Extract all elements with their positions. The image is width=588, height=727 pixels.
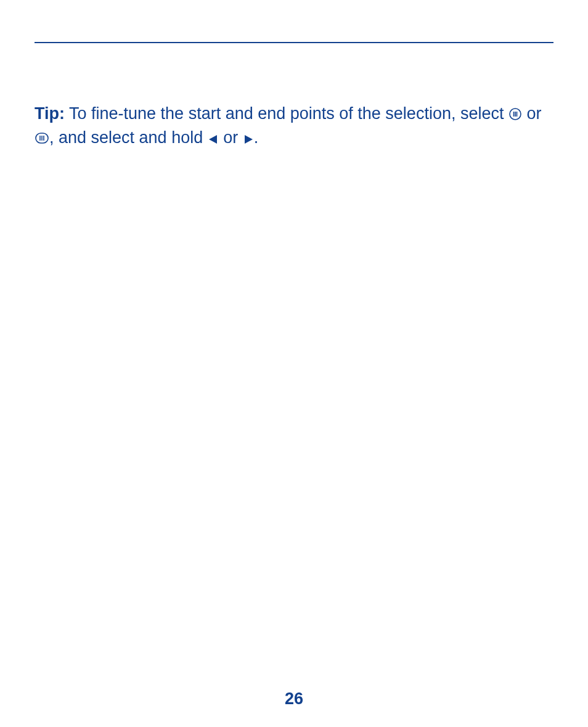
svg-marker-8 xyxy=(209,135,217,144)
left-arrow-icon xyxy=(208,129,219,151)
header-rule xyxy=(35,42,553,43)
document-page: Tip: To fine-tune the start and end poin… xyxy=(0,0,588,727)
tip-text-5: . xyxy=(254,128,259,147)
right-arrow-icon xyxy=(243,129,254,151)
tip-text-2: or xyxy=(522,104,542,123)
tip-text-4: or xyxy=(219,128,243,147)
end-marker-icon xyxy=(35,129,49,151)
tip-paragraph: Tip: To fine-tune the start and end poin… xyxy=(35,103,553,150)
start-marker-icon xyxy=(508,105,522,127)
page-number: 26 xyxy=(0,689,588,709)
tip-label: Tip: xyxy=(35,104,65,123)
tip-text-3: , and select and hold xyxy=(49,128,208,147)
svg-marker-9 xyxy=(245,135,253,144)
tip-text-1: To fine-tune the start and end points of… xyxy=(65,104,508,123)
